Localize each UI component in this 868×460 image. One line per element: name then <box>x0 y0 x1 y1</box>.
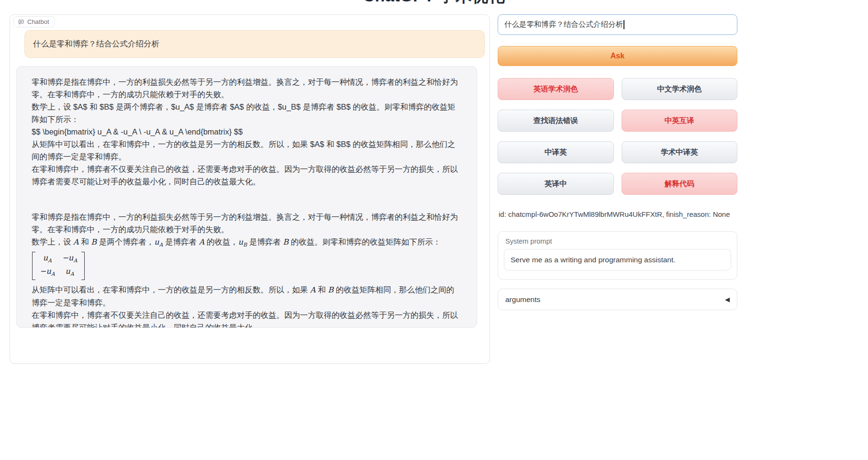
payoff-matrix: uA −uA −uA uA <box>32 252 85 280</box>
arguments-accordion-label: arguments <box>505 295 540 304</box>
system-prompt-input[interactable]: Serve me as a writing and programming as… <box>504 249 731 270</box>
matrix-cells: uA −uA −uA uA <box>35 252 81 280</box>
chat-bubble-icon <box>18 19 24 25</box>
btn-academic-zh-to-en[interactable]: 学术中译英 <box>622 141 738 163</box>
btn-chinese-academic-polish[interactable]: 中文学术润色 <box>622 78 738 100</box>
system-prompt-value: Serve me as a writing and programming as… <box>511 256 676 264</box>
bot-paragraph: 数学上，设 $A$ 和 $B$ 是两个博弈者，$u_A$ 是博弈者 $A$ 的收… <box>32 101 462 125</box>
btn-en-to-zh[interactable]: 英译中 <box>498 173 614 195</box>
matrix-bracket-right <box>81 252 85 280</box>
bot-message-bubble: 零和博弈是指在博弈中，一方的利益损失必然等于另一方的利益增益。换言之，对于每一种… <box>16 66 477 328</box>
matrix-bracket-left <box>32 252 35 280</box>
bot-latex-source: $$ \begin{bmatrix} u_A & -u_A \ -u_A & u… <box>32 125 462 138</box>
collapse-triangle-icon: ◀ <box>725 296 730 303</box>
bot-paragraph: 零和博弈是指在博弈中，一方的利益损失必然等于另一方的利益增益。换言之，对于每一种… <box>32 211 462 236</box>
bot-paragraph: 在零和博弈中，博弈者不仅要关注自己的收益，还需要考虑对手的收益。因为一方取得的收… <box>32 163 462 188</box>
arguments-accordion[interactable]: arguments ◀ <box>498 289 737 310</box>
user-message-bubble: 什么是零和博弈？结合公式介绍分析 <box>24 30 485 58</box>
btn-find-grammar-errors[interactable]: 查找语法错误 <box>498 110 614 132</box>
paragraph-gap <box>32 188 462 211</box>
response-status-text: id: chatcmpl-6wOo7KrYTwMl89lbrMWRu4UkFFX… <box>499 210 730 218</box>
bot-paragraph: 零和博弈是指在博弈中，一方的利益损失必然等于另一方的利益增益。换言之，对于每一种… <box>32 76 462 101</box>
system-prompt-label: System prompt <box>505 237 731 245</box>
question-input[interactable]: 什么是零和博弈？结合公式介绍分析 <box>498 14 737 35</box>
bot-paragraph-math: 数学上，设 A 和 B 是两个博弈者，uA 是博弈者 A 的收益，uB 是博弈者… <box>32 236 462 251</box>
text-cursor <box>623 20 624 29</box>
ask-button[interactable]: Ask <box>498 46 737 66</box>
btn-zh-to-en[interactable]: 中译英 <box>498 141 614 163</box>
user-message-text: 什么是零和博弈？结合公式介绍分析 <box>33 39 159 49</box>
bot-paragraph: 从矩阵中可以看出，在零和博弈中，一方的收益是另一方的相反数。所以，如果 $A$ … <box>32 138 462 163</box>
btn-zh-en-mutual-translate[interactable]: 中英互译 <box>622 110 738 132</box>
bot-paragraph-math: 从矩阵中可以看出，在零和博弈中，一方的收益是另一方的相反数。所以，如果 A 和 … <box>32 283 462 309</box>
chatbot-label-chip: Chatbot <box>13 16 55 27</box>
chatbot-panel: Chatbot 什么是零和博弈？结合公式介绍分析 零和博弈是指在博弈中，一方的利… <box>10 14 490 364</box>
controls-panel: 什么是零和博弈？结合公式介绍分析 Ask 英语学术润色 中文学术润色 查找语法错… <box>498 0 737 460</box>
function-button-grid: 英语学术润色 中文学术润色 查找语法错误 中英互译 中译英 学术中译英 英译中 … <box>498 78 737 195</box>
bot-paragraph: 在零和博弈中，博弈者不仅要关注自己的收益，还需要考虑对手的收益。因为一方取得的收… <box>32 309 462 328</box>
chatbot-label: Chatbot <box>27 18 49 25</box>
system-prompt-group: System prompt Serve me as a writing and … <box>498 231 737 280</box>
btn-english-academic-polish[interactable]: 英语学术润色 <box>498 78 614 100</box>
question-input-value: 什么是零和博弈？结合公式介绍分析 <box>504 20 623 30</box>
page-title: ChatGPT 学术优化 <box>0 0 868 7</box>
btn-explain-code[interactable]: 解释代码 <box>622 173 738 195</box>
